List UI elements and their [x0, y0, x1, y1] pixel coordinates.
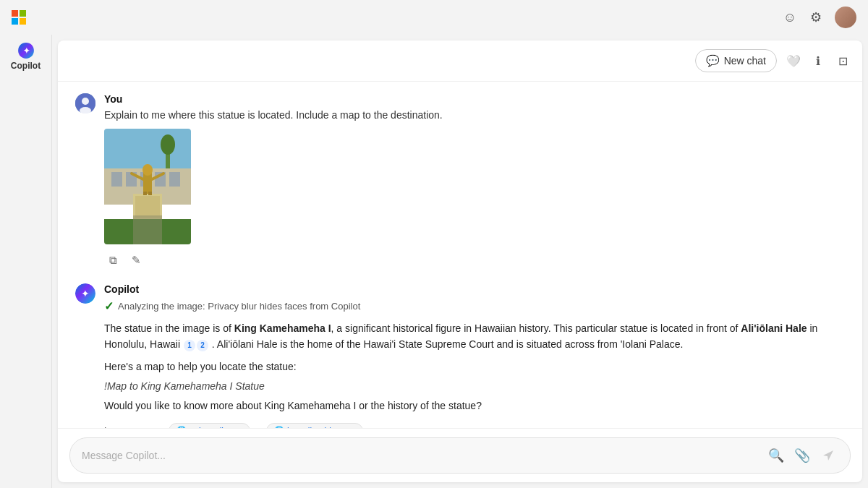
chat-area: 💬 New chat 🤍 ℹ ⊡ You Expla: [58, 40, 862, 482]
svg-rect-21: [148, 192, 152, 195]
svg-point-17: [142, 164, 153, 176]
new-chat-button[interactable]: 💬 New chat: [695, 49, 777, 72]
image-search-icon[interactable]: 🔍: [766, 445, 786, 466]
ref-badge-1[interactable]: 1: [184, 340, 195, 351]
user-message: You Explain to me where this statue is l…: [75, 93, 845, 269]
source-badge-hawaiiguide[interactable]: 🌐 hawaii-guide.com: [266, 423, 362, 428]
copy-action-icon[interactable]: ⧉: [104, 252, 122, 269]
check-icon: ✓: [104, 299, 114, 313]
svg-point-7: [161, 134, 175, 155]
info-icon[interactable]: ℹ: [810, 53, 826, 69]
copilot-avatar: ✦: [75, 283, 95, 428]
favorite-icon[interactable]: 🤍: [786, 53, 801, 69]
top-bar-right: ☺ ⚙: [783, 7, 856, 28]
analyzing-text: Analyzing the image: Privacy blur hides …: [118, 301, 360, 312]
input-box: 🔍 📎: [69, 437, 851, 474]
map-placeholder-text: !Map to King Kamehameha I Statue: [104, 380, 845, 392]
main-layout: ✦ Copilot 💬 New chat 🤍 ℹ ⊡: [0, 35, 868, 488]
user-avatar[interactable]: [835, 7, 856, 28]
edit-action-icon[interactable]: ✎: [127, 252, 145, 269]
svg-rect-13: [169, 172, 180, 187]
messages-container: You Explain to me where this statue is l…: [58, 82, 862, 428]
emoji-icon[interactable]: ☺: [783, 10, 797, 25]
top-bar: ☺ ⚙: [0, 0, 868, 35]
user-name: You: [104, 93, 845, 105]
sidebar-app-name: Copilot: [11, 61, 41, 71]
svg-rect-23: [133, 215, 162, 244]
chat-header: 💬 New chat 🤍 ℹ ⊡: [58, 40, 862, 82]
input-area: 🔍 📎: [58, 428, 862, 482]
bold-hale: Ali'iōlani Hale: [741, 322, 807, 334]
analyzing-line: ✓ Analyzing the image: Privacy blur hide…: [104, 299, 845, 313]
copilot-paragraph1: The statue in the image is of King Kameh…: [104, 320, 845, 353]
text-part-1a: The statue in the image is of: [104, 322, 234, 334]
map-prompt-text: Here's a map to help you locate the stat…: [104, 359, 845, 374]
user-message-actions: ⧉ ✎: [104, 252, 845, 269]
user-avatar-small: [75, 93, 95, 114]
svg-rect-20: [143, 192, 147, 195]
ref-badge-2[interactable]: 2: [197, 340, 208, 351]
statue-image: [104, 129, 191, 244]
svg-rect-9: [111, 172, 122, 187]
copilot-sidebar-logo: ✦: [16, 40, 36, 61]
text-part-1b: , a significant historical figure in Haw…: [331, 322, 741, 334]
send-button[interactable]: [818, 445, 838, 466]
new-chat-label: New chat: [724, 55, 766, 67]
svg-text:✦: ✦: [22, 46, 29, 55]
copilot-name: Copilot: [104, 283, 845, 295]
user-content: You Explain to me where this statue is l…: [104, 93, 845, 269]
svg-point-3: [82, 98, 89, 105]
follow-up-question: Would you like to know more about King K…: [104, 398, 845, 414]
new-chat-icon: 💬: [706, 54, 720, 67]
attach-icon[interactable]: 📎: [792, 445, 812, 466]
learn-more-section: Learn more 1 🌐 gohawaii.com 2 🌐 hawaii-g…: [104, 423, 845, 428]
message-input[interactable]: [82, 450, 760, 461]
sidebar: ✦ Copilot: [0, 35, 52, 488]
bold-king: King Kamehameha I: [234, 322, 331, 334]
top-bar-left: [12, 10, 26, 25]
text-part-1d: . Ali'iōlani Hale is the home of the Haw…: [209, 338, 683, 350]
user-text: Explain to me where this statue is locat…: [104, 108, 845, 123]
source-badge-gohawaii[interactable]: 🌐 gohawaii.com: [169, 423, 250, 428]
settings-icon[interactable]: ⚙: [809, 10, 823, 25]
svg-text:✦: ✦: [81, 288, 90, 299]
copilot-message: ✦ Copilot ✓ Analyzing the image: Privacy…: [75, 283, 845, 428]
copilot-content: Copilot ✓ Analyzing the image: Privacy b…: [104, 283, 845, 428]
windows-logo-icon: [12, 10, 26, 25]
sidebar-toggle-icon[interactable]: ⊡: [835, 53, 851, 69]
statue-image-container: [104, 129, 845, 244]
svg-rect-15: [135, 196, 160, 218]
